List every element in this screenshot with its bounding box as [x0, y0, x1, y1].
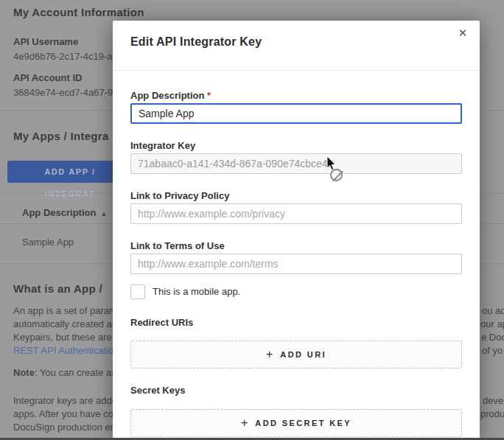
- terms-of-use-input[interactable]: [130, 254, 462, 274]
- api-username-label: API Username: [13, 36, 78, 47]
- info-line-2-right: our ap: [480, 318, 504, 329]
- table-header-label: App Description: [22, 207, 96, 218]
- redirect-uris-label: Redirect URIs: [130, 317, 193, 328]
- add-secret-key-button[interactable]: + ADD SECRET KEY: [130, 409, 462, 437]
- info2-line-2: apps. After you have com: [13, 408, 122, 419]
- edit-api-integrator-key-modal: Edit API Integrator Key ✕ App Descriptio…: [113, 21, 480, 440]
- close-button[interactable]: ✕: [452, 22, 474, 44]
- my-apps-heading: My Apps / Integra: [13, 130, 109, 142]
- mobile-app-checkbox-label: This is a mobile app.: [153, 286, 240, 297]
- integrator-key-label: Integrator Key: [130, 140, 195, 151]
- api-username-value: 4e9d6b76-2c17-4c19-a2: [13, 51, 118, 62]
- info-line-3-right: e Docu: [481, 332, 504, 343]
- note-line: Note: You can create as: [13, 367, 116, 378]
- info-line-1-right: ou ad: [482, 305, 504, 316]
- secret-keys-label: Secret Keys: [130, 385, 185, 396]
- privacy-policy-label: Link to Privacy Policy: [130, 190, 229, 201]
- modal-header-divider: [113, 70, 480, 71]
- plus-icon: +: [241, 416, 248, 430]
- required-asterisk: *: [207, 90, 211, 101]
- api-account-id-value: 36849e74-ecd7-4a67-9d: [13, 87, 118, 98]
- what-is-app-heading: What is an App /: [13, 282, 102, 295]
- info-line-1: An app is a set of parame: [13, 305, 122, 316]
- info2-line-1: Integrator keys are added: [13, 395, 122, 406]
- app-description-label: App Description *: [130, 90, 211, 101]
- info2-line-1-right: deve: [483, 395, 503, 406]
- add-uri-button-label: ADD URI: [280, 350, 326, 359]
- terms-of-use-label: Link to Terms of Use: [130, 240, 225, 251]
- info2-line-3: DocuSign production ent: [13, 422, 118, 433]
- add-secret-key-button-label: ADD SECRET KEY: [255, 419, 351, 427]
- table-row[interactable]: Sample App: [22, 237, 74, 248]
- rest-api-authentication-link[interactable]: REST API Authentication: [13, 345, 119, 356]
- integrator-key-input: [130, 153, 462, 174]
- info-line-4-right: of yo: [482, 345, 503, 356]
- modal-title: Edit API Integrator Key: [130, 35, 262, 49]
- info2-line-2-right: produ: [480, 408, 504, 419]
- add-uri-button[interactable]: + ADD URI: [130, 341, 462, 369]
- app-description-input[interactable]: [130, 103, 462, 124]
- close-icon: ✕: [458, 27, 468, 39]
- note-bold: Note: [13, 367, 35, 378]
- mobile-app-checkbox[interactable]: [130, 284, 145, 299]
- plus-icon: +: [266, 348, 273, 361]
- privacy-policy-input[interactable]: [130, 203, 462, 224]
- api-account-id-label: API Account ID: [13, 72, 82, 83]
- account-info-heading: My Account Information: [13, 6, 144, 18]
- app-description-label-text: App Description: [130, 90, 204, 101]
- table-header-app-description[interactable]: App Description▲: [22, 206, 107, 219]
- info-line-2: automatically created and: [13, 318, 122, 329]
- info-line-3: Keypairs, but these are d: [13, 332, 120, 343]
- screen: My Account Information API Username 4e9d…: [0, 0, 504, 440]
- sort-asc-icon: ▲: [100, 210, 107, 217]
- note-rest: : You can create as: [35, 367, 116, 378]
